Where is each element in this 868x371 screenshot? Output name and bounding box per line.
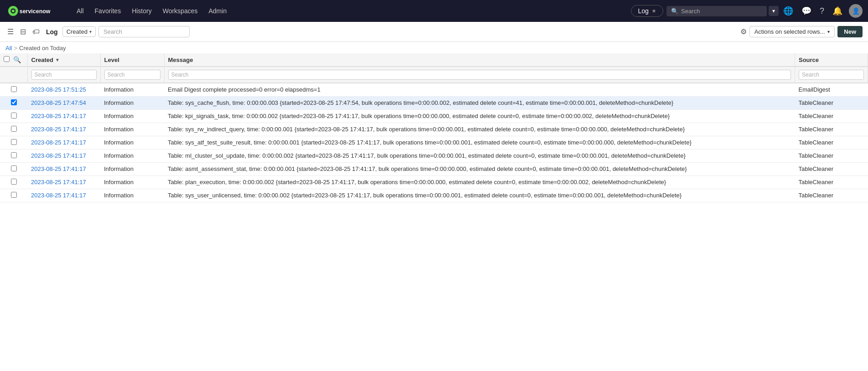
level-cell-4: Information [100, 136, 164, 149]
table-row: 2023-08-25 17:41:17 Information Table: k… [0, 110, 868, 123]
row-checkbox-cell [0, 176, 27, 189]
nav-admin[interactable]: Admin [204, 5, 231, 17]
nav-history[interactable]: History [127, 5, 156, 17]
created-cell-7: 2023-08-25 17:41:17 [27, 176, 100, 189]
source-search-input[interactable] [799, 70, 864, 80]
created-search-cell [27, 67, 100, 83]
user-avatar[interactable]: 👤 [849, 4, 863, 18]
created-link-1[interactable]: 2023-08-25 17:47:54 [31, 99, 86, 106]
created-cell-8: 2023-08-25 17:41:17 [27, 189, 100, 202]
message-cell-5: Table: ml_cluster_sol_update, time: 0:00… [164, 149, 795, 163]
search-checkbox-cell [0, 67, 27, 83]
level-cell-7: Information [100, 176, 164, 189]
created-column-header[interactable]: Created ▼ [27, 53, 100, 67]
created-filter-chevron-icon: ▾ [89, 29, 92, 34]
created-link-4[interactable]: 2023-08-25 17:41:17 [31, 139, 86, 146]
row-checkbox-6[interactable] [11, 165, 17, 171]
module-label: Log [44, 28, 60, 36]
select-all-checkbox[interactable] [4, 56, 10, 62]
created-cell-2: 2023-08-25 17:41:17 [27, 110, 100, 123]
actions-dropdown[interactable]: Actions on selected rows... ▾ [749, 26, 835, 37]
message-column-header[interactable]: Message [164, 53, 795, 67]
created-link-3[interactable]: 2023-08-25 17:41:17 [31, 126, 86, 133]
source-cell-2: TableCleaner [795, 110, 868, 123]
message-cell-3: Table: sys_rw_indirect_query, time: 0:00… [164, 123, 795, 136]
notification-icon[interactable]: 🔔 [831, 4, 844, 18]
table-row: 2023-08-25 17:41:17 Information Table: a… [0, 163, 868, 176]
breadcrumb-separator: > [14, 45, 17, 52]
row-checkbox-cell [0, 123, 27, 136]
table-row: 2023-08-25 17:41:17 Information Table: s… [0, 189, 868, 202]
nav-favorites[interactable]: Favorites [90, 5, 126, 17]
source-cell-1: TableCleaner [795, 97, 868, 110]
global-search-input[interactable] [681, 8, 762, 15]
row-checkbox-5[interactable] [11, 152, 17, 158]
created-link-6[interactable]: 2023-08-25 17:41:17 [31, 165, 86, 172]
level-cell-6: Information [100, 163, 164, 176]
chat-icon[interactable]: 💬 [800, 4, 813, 18]
row-checkbox-cell [0, 110, 27, 123]
created-cell-3: 2023-08-25 17:41:17 [27, 123, 100, 136]
nav-all[interactable]: All [72, 5, 88, 17]
row-checkbox-8[interactable] [11, 192, 17, 198]
created-cell-6: 2023-08-25 17:41:17 [27, 163, 100, 176]
row-checkbox-2[interactable] [11, 113, 17, 119]
level-column-header[interactable]: Level [100, 53, 164, 67]
tag-icon[interactable]: 🏷 [31, 26, 41, 38]
level-cell-5: Information [100, 149, 164, 163]
row-checkbox-7[interactable] [11, 179, 17, 185]
row-checkbox-0[interactable] [11, 86, 17, 92]
source-cell-0: EmailDigest [795, 83, 868, 97]
level-column-label: Level [104, 57, 119, 63]
sidebar-toggle-icon[interactable]: ☰ [5, 26, 16, 38]
toolbar-search-input[interactable] [98, 26, 190, 37]
table-body: 2023-08-25 17:51:25 Information Email Di… [0, 83, 868, 202]
nav-links: All Favorites History Workspaces Admin [72, 5, 631, 17]
column-header-row: 🔍 Created ▼ Level Message Source [0, 53, 868, 67]
created-link-8[interactable]: 2023-08-25 17:41:17 [31, 192, 86, 199]
created-link-7[interactable]: 2023-08-25 17:41:17 [31, 179, 86, 186]
level-cell-8: Information [100, 189, 164, 202]
filter-icon[interactable]: ⊟ [18, 26, 28, 38]
top-icons: 🌐 💬 ? 🔔 👤 [781, 4, 863, 18]
created-cell-5: 2023-08-25 17:41:17 [27, 149, 100, 163]
created-link-2[interactable]: 2023-08-25 17:41:17 [31, 113, 86, 119]
svg-point-1 [12, 10, 15, 12]
level-search-input[interactable] [104, 70, 160, 80]
table-row: 2023-08-25 17:51:25 Information Email Di… [0, 83, 868, 97]
created-column-label: Created [31, 57, 53, 63]
new-button[interactable]: New [837, 26, 863, 37]
logo[interactable]: servicenow [5, 5, 65, 17]
created-filter-dropdown[interactable]: Created ▾ [62, 26, 96, 37]
row-checkbox-cell [0, 189, 27, 202]
created-link-5[interactable]: 2023-08-25 17:41:17 [31, 152, 86, 159]
help-icon[interactable]: ? [818, 5, 826, 18]
row-checkbox-3[interactable] [11, 126, 17, 132]
message-cell-1: Table: sys_cache_flush, time: 0:00:00.00… [164, 97, 795, 110]
search-row [0, 67, 868, 83]
search-dropdown-button[interactable]: ▾ [769, 6, 779, 16]
source-column-header[interactable]: Source [795, 53, 868, 67]
search-toggle-icon[interactable]: 🔍 [11, 55, 23, 64]
breadcrumb-all[interactable]: All [5, 45, 12, 52]
breadcrumb: All > Created on Today [0, 42, 868, 53]
row-checkbox-1[interactable] [11, 99, 17, 105]
source-search-cell [795, 67, 868, 83]
log-button[interactable]: Log ★ [631, 5, 663, 17]
row-checkbox-cell [0, 149, 27, 163]
actions-label: Actions on selected rows... [754, 28, 825, 35]
nav-workspaces[interactable]: Workspaces [158, 5, 202, 17]
global-search-bar: 🔍 [666, 6, 767, 16]
level-cell-1: Information [100, 97, 164, 110]
globe-icon[interactable]: 🌐 [781, 4, 795, 18]
message-cell-2: Table: kpi_signals_task, time: 0:00:00.0… [164, 110, 795, 123]
message-search-input[interactable] [168, 70, 791, 80]
row-checkbox-4[interactable] [11, 139, 17, 145]
log-star-icon: ★ [651, 8, 656, 14]
global-search-icon: 🔍 [671, 8, 678, 15]
row-checkbox-cell [0, 163, 27, 176]
log-button-label: Log [638, 7, 648, 15]
created-link-0[interactable]: 2023-08-25 17:51:25 [31, 86, 86, 93]
created-search-input[interactable] [31, 70, 97, 80]
settings-icon[interactable]: ⚙ [740, 27, 747, 36]
